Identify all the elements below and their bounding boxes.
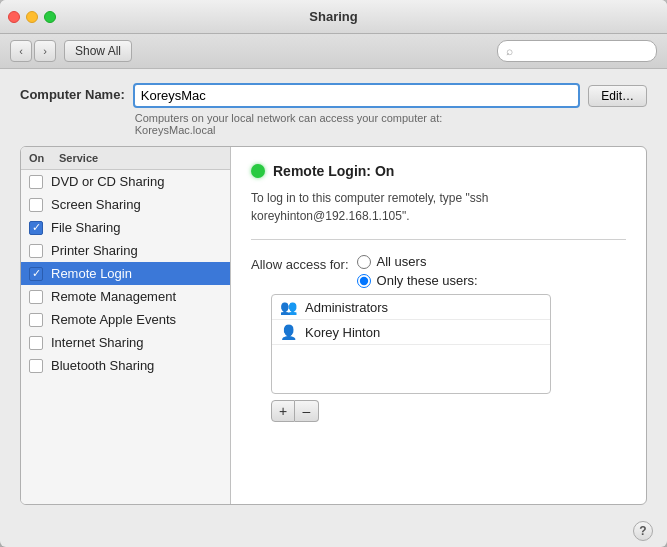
search-icon: ⌕ bbox=[506, 44, 513, 58]
list-controls: + – bbox=[271, 400, 626, 422]
back-button[interactable]: ‹ bbox=[10, 40, 32, 62]
radio-only-row[interactable]: Only these users: bbox=[357, 273, 478, 288]
service-name-internet: Internet Sharing bbox=[51, 335, 144, 350]
service-name-remote-login: Remote Login bbox=[51, 266, 132, 281]
computer-name-right: Edit… Computers on your local network ca… bbox=[133, 83, 647, 136]
service-checkbox-remote-mgmt[interactable] bbox=[29, 290, 43, 304]
traffic-lights bbox=[8, 11, 56, 23]
bottom-bar: ? bbox=[0, 515, 667, 547]
service-checkbox-file[interactable]: ✓ bbox=[29, 221, 43, 235]
computer-name-hint: Computers on your local network can acce… bbox=[133, 112, 647, 136]
service-item-printer[interactable]: Printer Sharing bbox=[21, 239, 230, 262]
content: Computer Name: Edit… Computers on your l… bbox=[0, 69, 667, 515]
service-checkbox-internet[interactable] bbox=[29, 336, 43, 350]
search-input[interactable] bbox=[517, 44, 648, 58]
service-item-dvd[interactable]: DVD or CD Sharing bbox=[21, 170, 230, 193]
services-panel: On Service DVD or CD Sharing Screen Shar… bbox=[21, 147, 231, 504]
add-user-button[interactable]: + bbox=[271, 400, 295, 422]
window-title: Sharing bbox=[309, 9, 357, 24]
radio-only-users[interactable] bbox=[357, 274, 371, 288]
service-name-bluetooth: Bluetooth Sharing bbox=[51, 358, 154, 373]
toolbar: ‹ › Show All ⌕ bbox=[0, 34, 667, 69]
divider bbox=[251, 239, 626, 240]
user-name-korey: Korey Hinton bbox=[305, 325, 380, 340]
status-dot bbox=[251, 164, 265, 178]
maximize-button[interactable] bbox=[44, 11, 56, 23]
radio-all-users[interactable] bbox=[357, 255, 371, 269]
edit-button[interactable]: Edit… bbox=[588, 85, 647, 107]
access-options: All users Only these users: bbox=[357, 254, 478, 288]
close-button[interactable] bbox=[8, 11, 20, 23]
status-text: Remote Login: On bbox=[273, 163, 394, 179]
service-item-remote-apple[interactable]: Remote Apple Events bbox=[21, 308, 230, 331]
service-checkbox-remote-login[interactable]: ✓ bbox=[29, 267, 43, 281]
access-label: Allow access for: bbox=[251, 257, 349, 272]
service-name-remote-mgmt: Remote Management bbox=[51, 289, 176, 304]
computer-name-label: Computer Name: bbox=[20, 83, 125, 102]
service-checkbox-bluetooth[interactable] bbox=[29, 359, 43, 373]
service-item-internet[interactable]: Internet Sharing bbox=[21, 331, 230, 354]
services-col-service: Service bbox=[59, 152, 98, 164]
service-item-screen[interactable]: Screen Sharing bbox=[21, 193, 230, 216]
service-name-printer: Printer Sharing bbox=[51, 243, 138, 258]
services-header: On Service bbox=[21, 147, 230, 170]
status-hint: To log in to this computer remotely, typ… bbox=[251, 189, 626, 225]
user-icon: 👤 bbox=[280, 324, 297, 340]
search-box[interactable]: ⌕ bbox=[497, 40, 657, 62]
window: Sharing ‹ › Show All ⌕ Computer Name: Ed… bbox=[0, 0, 667, 547]
service-name-remote-apple: Remote Apple Events bbox=[51, 312, 176, 327]
computer-name-row: Computer Name: Edit… Computers on your l… bbox=[20, 83, 647, 136]
service-checkbox-screen[interactable] bbox=[29, 198, 43, 212]
service-item-remote-mgmt[interactable]: Remote Management bbox=[21, 285, 230, 308]
service-checkbox-dvd[interactable] bbox=[29, 175, 43, 189]
service-checkbox-remote-apple[interactable] bbox=[29, 313, 43, 327]
radio-all-row[interactable]: All users bbox=[357, 254, 478, 269]
service-checkbox-printer[interactable] bbox=[29, 244, 43, 258]
status-row: Remote Login: On bbox=[251, 163, 626, 179]
group-icon: 👥 bbox=[280, 299, 297, 315]
access-row: Allow access for: All users Only these u… bbox=[251, 254, 626, 288]
computer-name-input-row: Edit… bbox=[133, 83, 647, 108]
user-name-admin: Administrators bbox=[305, 300, 388, 315]
service-item-remote-login[interactable]: ✓ Remote Login bbox=[21, 262, 230, 285]
access-section: Allow access for: All users Only these u… bbox=[251, 254, 626, 422]
users-list: 👥 Administrators 👤 Korey Hinton bbox=[271, 294, 551, 394]
detail-panel: Remote Login: On To log in to this compu… bbox=[231, 147, 646, 504]
service-name-file: File Sharing bbox=[51, 220, 120, 235]
minimize-button[interactable] bbox=[26, 11, 38, 23]
service-item-file[interactable]: ✓ File Sharing bbox=[21, 216, 230, 239]
main-panel: On Service DVD or CD Sharing Screen Shar… bbox=[20, 146, 647, 505]
show-all-button[interactable]: Show All bbox=[64, 40, 132, 62]
forward-button[interactable]: › bbox=[34, 40, 56, 62]
help-button[interactable]: ? bbox=[633, 521, 653, 541]
titlebar: Sharing bbox=[0, 0, 667, 34]
service-name-dvd: DVD or CD Sharing bbox=[51, 174, 164, 189]
remove-user-button[interactable]: – bbox=[295, 400, 319, 422]
nav-buttons: ‹ › bbox=[10, 40, 56, 62]
user-item-admin[interactable]: 👥 Administrators bbox=[272, 295, 550, 320]
computer-name-input[interactable] bbox=[133, 83, 581, 108]
radio-only-label: Only these users: bbox=[377, 273, 478, 288]
radio-all-label: All users bbox=[377, 254, 427, 269]
services-col-on: On bbox=[29, 152, 59, 164]
service-item-bluetooth[interactable]: Bluetooth Sharing bbox=[21, 354, 230, 377]
service-name-screen: Screen Sharing bbox=[51, 197, 141, 212]
user-item-korey[interactable]: 👤 Korey Hinton bbox=[272, 320, 550, 345]
